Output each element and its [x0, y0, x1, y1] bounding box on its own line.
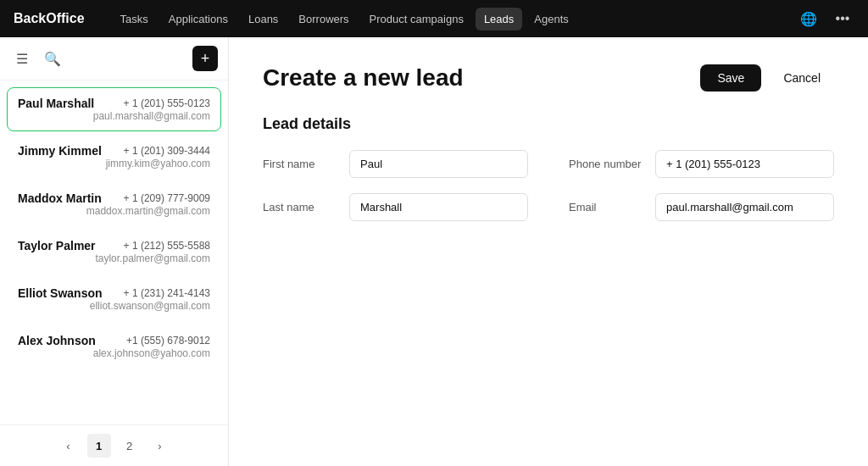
last-name-label: Last name — [263, 201, 339, 214]
sidebar-toolbar: ☰ 🔍 + — [0, 37, 228, 80]
prev-page-button[interactable]: ‹ — [57, 434, 81, 458]
lead-item-name: Maddox Martin — [18, 191, 102, 205]
nav-link-product-campaigns[interactable]: Product campaigns — [361, 8, 472, 31]
phone-input[interactable] — [655, 150, 834, 178]
lead-item[interactable]: Maddox Martin + 1 (209) 777-9009 maddox.… — [7, 182, 221, 226]
lead-item-email: paul.marshall@gmail.com — [93, 110, 210, 122]
leads-sidebar: ☰ 🔍 + Paul Marshall + 1 (201) 555-0123 p… — [0, 37, 229, 466]
nav-link-loans[interactable]: Loans — [240, 8, 287, 31]
lead-item-phone: + 1 (212) 555-5588 — [124, 240, 210, 252]
lead-item-phone: + 1 (201) 309-3444 — [124, 145, 210, 157]
page-title: Create a new lead — [263, 64, 464, 92]
nav-link-applications[interactable]: Applications — [160, 8, 236, 31]
header-actions: Save Cancel — [700, 64, 834, 92]
lead-item-name: Paul Marshall — [18, 97, 94, 110]
content-header: Create a new lead Save Cancel — [263, 64, 834, 92]
globe-icon[interactable]: 🌐 — [797, 7, 821, 31]
email-label: Email — [569, 201, 645, 214]
content-area: Create a new lead Save Cancel Lead detai… — [229, 37, 868, 466]
lead-item-email: alex.johnson@yahoo.com — [93, 347, 210, 359]
save-button[interactable]: Save — [700, 64, 761, 92]
top-navigation: BackOffice TasksApplicationsLoansBorrowe… — [0, 0, 868, 37]
page-2-button[interactable]: 2 — [118, 434, 142, 458]
lead-item[interactable]: Elliot Swanson + 1 (231) 241-4143 elliot… — [7, 277, 221, 321]
pagination: ‹ 1 2 › — [0, 424, 228, 466]
lead-item-phone: +1 (555) 678-9012 — [126, 335, 210, 347]
leads-list: Paul Marshall + 1 (201) 555-0123 paul.ma… — [0, 80, 228, 424]
last-name-input[interactable] — [349, 193, 528, 221]
lead-item-phone: + 1 (231) 241-4143 — [124, 287, 210, 299]
add-lead-button[interactable]: + — [192, 46, 218, 71]
lead-item-email: maddox.martin@gmail.com — [86, 205, 210, 217]
lead-details-form: First name Phone number Last name Email — [263, 150, 834, 221]
lead-item[interactable]: Paul Marshall + 1 (201) 555-0123 paul.ma… — [7, 87, 221, 131]
first-name-label: First name — [263, 158, 339, 170]
nav-link-borrowers[interactable]: Borrowers — [290, 8, 357, 31]
last-name-group: Last name — [263, 193, 528, 221]
filter-icon[interactable]: ☰ — [10, 47, 34, 70]
nav-links: TasksApplicationsLoansBorrowersProduct c… — [112, 8, 797, 31]
phone-group: Phone number — [569, 150, 834, 178]
phone-label: Phone number — [569, 158, 645, 170]
lead-item-name: Taylor Palmer — [18, 239, 96, 252]
lead-item-name: Elliot Swanson — [18, 286, 103, 300]
lead-item-email: taylor.palmer@gmail.com — [95, 252, 210, 264]
cancel-button[interactable]: Cancel — [770, 64, 834, 92]
lead-item[interactable]: Taylor Palmer + 1 (212) 555-5588 taylor.… — [7, 230, 221, 274]
main-layout: ☰ 🔍 + Paul Marshall + 1 (201) 555-0123 p… — [0, 37, 868, 466]
email-group: Email — [569, 193, 834, 221]
more-options-icon[interactable]: ••• — [831, 7, 854, 31]
next-page-button[interactable]: › — [148, 434, 172, 458]
lead-item-phone: + 1 (209) 777-9009 — [124, 192, 210, 204]
nav-link-leads[interactable]: Leads — [476, 8, 522, 31]
lead-item-phone: + 1 (201) 555-0123 — [124, 97, 210, 109]
lead-details-section-title: Lead details — [263, 115, 834, 133]
nav-right-actions: 🌐 ••• — [797, 7, 854, 31]
lead-item-email: jimmy.kim@yahoo.com — [106, 158, 210, 169]
page-1-button[interactable]: 1 — [87, 434, 111, 458]
lead-item[interactable]: Alex Johnson +1 (555) 678-9012 alex.john… — [7, 325, 221, 369]
first-name-group: First name — [263, 150, 528, 178]
first-name-input[interactable] — [349, 150, 528, 178]
email-input[interactable] — [655, 193, 834, 221]
nav-link-tasks[interactable]: Tasks — [112, 8, 157, 31]
lead-item-name: Alex Johnson — [18, 334, 96, 347]
lead-item-name: Jimmy Kimmel — [18, 144, 102, 158]
nav-link-agents[interactable]: Agents — [526, 8, 576, 31]
app-logo: BackOffice — [14, 11, 85, 26]
lead-item-email: elliot.swanson@gmail.com — [90, 300, 210, 312]
lead-item[interactable]: Jimmy Kimmel + 1 (201) 309-3444 jimmy.ki… — [7, 135, 221, 179]
search-icon[interactable]: 🔍 — [41, 47, 64, 70]
